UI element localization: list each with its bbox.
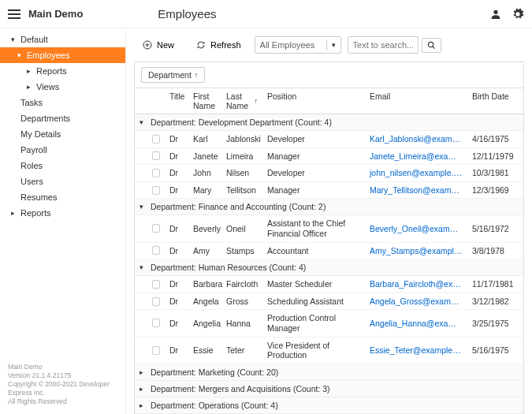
col-position[interactable]: Position	[262, 88, 365, 114]
cell-email[interactable]: john_nilsen@example.com	[365, 165, 467, 181]
cell-title: Dr	[165, 315, 188, 331]
cell-email[interactable]: Angela_Gross@example.com	[365, 293, 467, 309]
group-row[interactable]: ▸Department: Mergers and Acquisitions (C…	[135, 381, 523, 397]
cell-email[interactable]: Barbara_Faircloth@example.com	[365, 276, 467, 292]
col-first-name[interactable]: First Name	[188, 88, 221, 114]
table-row[interactable]: DrBarbaraFairclothMaster SchedulerBarbar…	[135, 276, 523, 293]
cell-last-name: Gross	[221, 293, 262, 309]
data-grid: Department ↑ Title First Name Last Name↑…	[134, 62, 524, 414]
group-row[interactable]: ▾Department: Development Department (Cou…	[135, 114, 523, 131]
sidebar-item-employees[interactable]: ▾Employees	[0, 47, 125, 63]
group-row[interactable]: ▸Department: Operations (Count: 4)	[135, 397, 523, 414]
chevron-down-icon[interactable]: ▾	[326, 39, 340, 50]
cell-birth-date: 12/11/1979	[467, 148, 515, 164]
cell-last-name: Teter	[221, 342, 262, 358]
sidebar-item-tasks[interactable]: Tasks	[0, 95, 125, 110]
cell-email[interactable]: Mary_Tellitson@example.com	[365, 182, 467, 198]
cell-last-name: Faircloth	[221, 276, 262, 292]
cell-last-name: Tellitson	[221, 182, 262, 198]
cell-last-name: Nilsen	[221, 165, 262, 181]
cell-position: Vice President of Production	[262, 338, 365, 364]
table-row[interactable]: DrAngeliaHannaProduction Control Manager…	[135, 310, 523, 337]
cell-title: Dr	[165, 243, 188, 259]
menu-toggle[interactable]	[8, 9, 20, 19]
sidebar-item-views-sub[interactable]: ▸Views	[0, 79, 125, 95]
table-row[interactable]: DrJaneteLimeiraManagerJanete_Limeira@exa…	[135, 148, 523, 166]
cell-email[interactable]: Amy_Stamps@example.com	[365, 243, 467, 259]
group-row[interactable]: ▸Department: Marketing (Count: 20)	[135, 364, 523, 381]
sidebar-item-reports-sub[interactable]: ▸Reports	[0, 63, 125, 79]
cell-first-name: Beverly	[188, 221, 221, 237]
row-checkbox[interactable]	[152, 186, 160, 195]
filter-select[interactable]: ▾	[255, 36, 341, 54]
footer-line: All Rights Reserved	[8, 397, 117, 406]
row-checkbox[interactable]	[152, 169, 160, 177]
col-title[interactable]: Title	[165, 88, 188, 114]
col-last-name[interactable]: Last Name↑	[221, 88, 262, 114]
cell-email[interactable]: Essie_Teter@example.com	[365, 342, 467, 358]
sidebar-item-my-details[interactable]: My Details	[0, 126, 125, 142]
gear-icon[interactable]	[512, 8, 524, 21]
chevron-down-icon: ▾	[140, 203, 147, 211]
row-checkbox[interactable]	[152, 151, 160, 160]
row-checkbox[interactable]	[152, 135, 160, 144]
table-row[interactable]: DrAngelaGrossScheduling AssistantAngela_…	[135, 293, 523, 311]
cell-email[interactable]: Beverly_Oneil@example.com	[365, 221, 467, 237]
cell-email[interactable]: Karl_Jablonski@example.com	[365, 131, 467, 147]
sidebar-item-payroll[interactable]: Payroll	[0, 142, 125, 158]
table-row[interactable]: DrBeverlyOneilAssistant to the Chief Fin…	[135, 215, 523, 242]
cell-position: Manager	[262, 148, 365, 165]
cell-position: Manager	[262, 182, 365, 199]
cell-position: Master Scheduler	[262, 276, 365, 293]
footer-line: Version 21.1.4.21175	[8, 371, 117, 380]
sidebar-item-roles[interactable]: Roles	[0, 158, 125, 173]
sidebar-item-default[interactable]: ▾Default	[0, 32, 125, 47]
row-checkbox[interactable]	[152, 246, 160, 255]
cell-email[interactable]: Janete_Limeira@example.com	[365, 148, 467, 164]
row-checkbox[interactable]	[152, 224, 160, 233]
label: Default	[20, 35, 48, 44]
chevron-down-icon: ▾	[17, 51, 24, 59]
row-checkbox[interactable]	[152, 297, 160, 306]
cell-email[interactable]: Angelia_Hanna@example.com	[365, 315, 467, 331]
new-button[interactable]: New	[134, 35, 181, 55]
cell-title: Dr	[165, 276, 188, 292]
search-button[interactable]	[422, 38, 441, 53]
group-row[interactable]: ▾Department: Human Resources (Count: 4)	[135, 259, 523, 276]
chevron-down-icon: ▾	[140, 118, 147, 126]
refresh-button[interactable]: Refresh	[188, 35, 248, 55]
table-row[interactable]: DrAmyStampsAccountantAmy_Stamps@example.…	[135, 243, 523, 260]
cell-title: Dr	[165, 148, 188, 164]
group-row[interactable]: ▾Department: Finance and Accounting (Cou…	[135, 199, 523, 215]
sidebar-item-resumes[interactable]: Resumes	[0, 189, 125, 205]
footer-line: Copyright © 2000-2021 Developer Express …	[8, 380, 117, 397]
cell-birth-date: 10/3/1981	[467, 165, 515, 181]
label: Departments	[20, 114, 70, 123]
label: Department	[148, 70, 192, 80]
cell-last-name: Hanna	[221, 315, 262, 331]
chevron-right-icon: ▸	[140, 401, 147, 409]
table-row[interactable]: DrEssieTeterVice President of Production…	[135, 338, 523, 364]
col-email[interactable]: Email	[365, 88, 467, 114]
cell-first-name: Essie	[188, 342, 221, 358]
label: Reports	[36, 66, 67, 76]
sidebar-item-reports[interactable]: ▸Reports	[0, 205, 125, 221]
sidebar-item-users[interactable]: Users	[0, 173, 125, 189]
row-checkbox[interactable]	[152, 319, 160, 327]
table-row[interactable]: DrJohnNilsenDeveloperjohn_nilsen@example…	[135, 165, 523, 182]
cell-title: Dr	[165, 131, 188, 147]
cell-birth-date: 3/8/1978	[467, 243, 515, 259]
row-checkbox[interactable]	[152, 346, 160, 355]
search-input[interactable]	[348, 36, 419, 54]
row-checkbox[interactable]	[152, 280, 160, 289]
filter-value[interactable]	[255, 37, 326, 53]
group-header-label: Department: Human Resources (Count: 4)	[151, 263, 306, 272]
sidebar: ▾Default ▾Employees ▸Reports ▸Views Task…	[0, 28, 126, 414]
sidebar-item-departments[interactable]: Departments	[0, 110, 125, 126]
group-chip-department[interactable]: Department ↑	[141, 67, 205, 83]
col-birth-date[interactable]: Birth Date	[467, 88, 515, 114]
table-row[interactable]: DrMaryTellitsonManagerMary_Tellitson@exa…	[135, 182, 523, 200]
account-icon[interactable]	[489, 8, 502, 21]
table-row[interactable]: DrKarlJablonskiDeveloperKarl_Jablonski@e…	[135, 131, 523, 148]
cell-first-name: Barbara	[188, 276, 221, 292]
